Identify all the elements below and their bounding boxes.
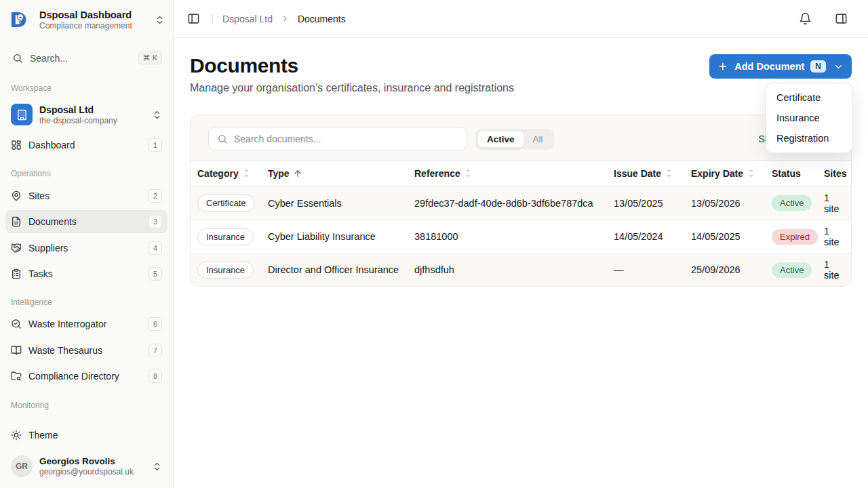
clipped-region: Activity	[0, 414, 173, 422]
column-header-type[interactable]: Type	[268, 168, 414, 179]
add-document-button[interactable]: Add Document N	[709, 54, 852, 79]
table-row[interactable]: Certificate Cyber Essentials 29fdec37-da…	[191, 186, 851, 220]
page-subtitle: Manage your organisation's certificates,…	[190, 82, 514, 94]
brand-text: Dsposal Dashboard Compliance management	[39, 9, 148, 30]
sidebar-item-label: Waste Interrogator	[28, 319, 142, 329]
sidebar-item-compliance-directory[interactable]: Compliance Directory 8	[5, 365, 167, 388]
cell-type: Cyber Essentials	[268, 198, 342, 209]
sort-asc-icon	[293, 169, 302, 178]
sidebar-item-sites[interactable]: Sites 2	[5, 184, 167, 207]
sun-icon	[11, 430, 22, 441]
sort-icon	[665, 169, 673, 178]
active-all-toggle: Active All	[475, 129, 554, 150]
sidebar-item-activity[interactable]: Activity	[5, 415, 167, 422]
user-text: Georgios Rovolis georgios@yourdsposal.uk	[39, 456, 145, 476]
category-badge: Insurance	[197, 228, 254, 245]
cell-issue-date: 13/05/2025	[614, 198, 663, 209]
topbar-actions	[796, 9, 850, 28]
filter-bar: Active All Show 10	[191, 115, 851, 160]
notifications-bell-button[interactable]	[796, 9, 814, 28]
cell-expiry-date: 13/05/2026	[691, 198, 741, 209]
chevron-down-icon[interactable]	[833, 62, 844, 72]
page-title: Documents	[190, 54, 514, 77]
shortcut-badge: 7	[149, 344, 162, 357]
menu-item-insurance[interactable]: Insurance	[770, 108, 848, 128]
cell-reference: 38181000	[414, 231, 458, 242]
workspace-name: Dsposal Ltd	[39, 104, 145, 115]
workspace-text: Dsposal Ltd the-dsposal-company	[39, 104, 145, 125]
menu-item-certificate[interactable]: Certificate	[770, 87, 848, 108]
table-row[interactable]: Insurance Cyber Liability Insurance 3818…	[191, 220, 851, 253]
chevrons-up-down-icon	[152, 110, 162, 120]
sidebar-item-label: Compliance Directory	[28, 371, 142, 382]
cell-issue-date: 14/05/2024	[614, 231, 663, 242]
sidebar-toggle-button[interactable]	[184, 9, 203, 28]
sidebar-item-waste-thesaurus[interactable]: Waste Thesaurus 7	[5, 339, 167, 362]
sidebar-item-label: Suppliers	[28, 243, 142, 253]
cell-issue-date: —	[614, 264, 624, 275]
column-header-sites: Sites	[824, 168, 846, 179]
column-header-status: Status	[772, 168, 824, 179]
theme-toggle[interactable]: Theme	[5, 423, 167, 447]
sort-icon	[464, 169, 473, 178]
documents-search-input[interactable]	[234, 134, 458, 144]
dashboard-icon	[11, 140, 22, 150]
sidebar-item-dashboard[interactable]: Dashboard 1	[5, 134, 167, 157]
column-header-reference[interactable]: Reference	[414, 168, 614, 179]
sidebar-item-documents[interactable]: Documents 3	[5, 210, 167, 233]
status-badge: Active	[772, 262, 812, 278]
sidebar-item-label: Tasks	[28, 268, 142, 279]
cell-type: Cyber Liability Insurance	[268, 231, 376, 242]
chevrons-up-down-icon	[152, 462, 162, 472]
column-header-category[interactable]: Category	[197, 168, 268, 179]
workspace-switcher[interactable]: Dsposal Ltd the-dsposal-company	[5, 98, 167, 131]
add-shortcut-badge: N	[810, 60, 826, 73]
cell-expiry-date: 25/09/2026	[691, 264, 741, 275]
breadcrumb-parent[interactable]: Dsposal Ltd	[222, 14, 273, 24]
column-header-issue-date[interactable]: Issue Date	[614, 168, 691, 179]
right-panel-toggle-button[interactable]	[832, 9, 850, 28]
book-open-icon	[11, 345, 22, 356]
search-check-icon	[11, 319, 22, 329]
toggle-option-active[interactable]: Active	[477, 131, 524, 148]
sidebar-item-label: Dashboard	[28, 140, 142, 150]
status-badge: Active	[772, 195, 812, 211]
status-badge: Expired	[772, 229, 818, 245]
shortcut-badge: 5	[149, 267, 162, 281]
documents-search-box[interactable]	[208, 127, 467, 151]
workspace-slug: the-dsposal-company	[39, 116, 145, 125]
table-row[interactable]: Insurance Director and Officer Insurance…	[191, 253, 851, 286]
theme-label: Theme	[28, 430, 162, 441]
add-document-label: Add Document	[734, 61, 804, 72]
chevrons-up-down-icon	[155, 15, 165, 25]
user-menu[interactable]: GR Georgios Rovolis georgios@yourdsposal…	[5, 450, 167, 483]
breadcrumb: Dsposal Ltd Documents	[222, 14, 346, 24]
sort-icon	[747, 169, 755, 178]
title-row: Documents Manage your organisation's cer…	[190, 54, 852, 94]
section-label-intelligence: Intelligence	[0, 287, 173, 311]
toggle-option-all[interactable]: All	[524, 131, 552, 148]
section-label-operations: Operations	[0, 158, 173, 182]
sidebar-item-label: Sites	[28, 190, 142, 201]
sidebar-item-suppliers[interactable]: Suppliers 4	[5, 236, 167, 259]
dsposal-logo-icon: D	[9, 8, 33, 31]
avatar: GR	[11, 455, 33, 477]
cell-sites: 1 site	[824, 226, 844, 247]
column-header-expiry-date[interactable]: Expiry Date	[691, 168, 772, 179]
search-icon	[12, 53, 23, 64]
folder-search-icon	[11, 371, 22, 382]
sidebar-item-tasks[interactable]: Tasks 5	[5, 262, 167, 285]
table-header-row: Category Type Reference Issue Date Expir…	[191, 160, 851, 186]
sort-icon	[242, 169, 251, 178]
shortcut-badge: 6	[149, 317, 162, 331]
file-text-icon	[11, 216, 22, 227]
category-badge: Certificate	[197, 195, 255, 211]
sidebar-item-waste-interrogator[interactable]: Waste Interrogator 6	[5, 312, 167, 336]
user-name: Georgios Rovolis	[39, 456, 145, 466]
main-area: Dsposal Ltd Documents Documents Manage y…	[174, 0, 868, 488]
top-header: Dsposal Ltd Documents	[174, 0, 868, 38]
section-label-workspace: Workspace	[0, 73, 173, 97]
menu-item-registration[interactable]: Registration	[770, 128, 848, 148]
sidebar-search[interactable]: Search... ⌘ K	[5, 46, 167, 70]
app-brand[interactable]: D Dsposal Dashboard Compliance managemen…	[0, 0, 173, 38]
